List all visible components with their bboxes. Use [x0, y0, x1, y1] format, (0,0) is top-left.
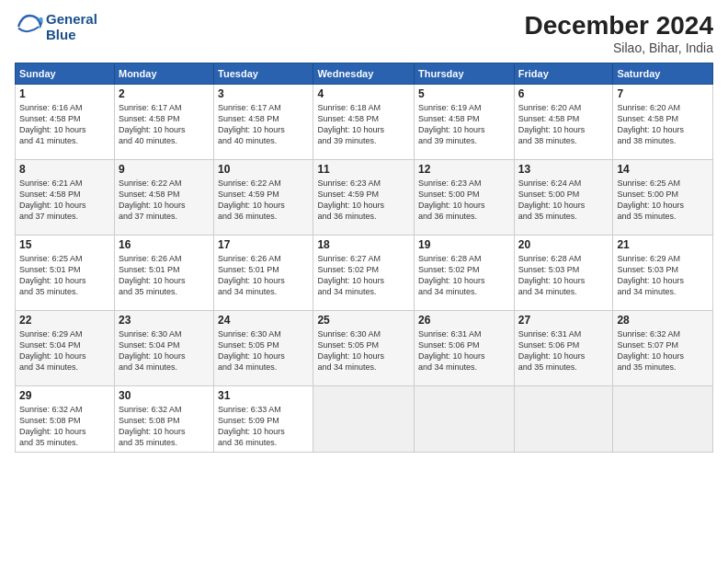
table-row: 4Sunrise: 6:18 AM Sunset: 4:58 PM Daylig…: [313, 85, 415, 160]
calendar-header-row: Sunday Monday Tuesday Wednesday Thursday…: [16, 63, 713, 85]
day-info: Sunrise: 6:25 AM Sunset: 5:00 PM Dayligh…: [617, 178, 709, 223]
day-number: 19: [418, 238, 510, 251]
table-row: 6Sunrise: 6:20 AM Sunset: 4:58 PM Daylig…: [514, 85, 613, 160]
col-header-monday: Monday: [114, 63, 213, 85]
table-row: [313, 386, 415, 453]
day-info: Sunrise: 6:16 AM Sunset: 4:58 PM Dayligh…: [19, 102, 110, 147]
table-row: 10Sunrise: 6:22 AM Sunset: 4:59 PM Dayli…: [214, 160, 313, 236]
day-info: Sunrise: 6:30 AM Sunset: 5:04 PM Dayligh…: [119, 328, 210, 373]
day-number: 6: [518, 87, 609, 100]
day-number: 16: [119, 238, 210, 251]
table-row: 25Sunrise: 6:30 AM Sunset: 5:05 PM Dayli…: [313, 311, 415, 386]
day-number: 25: [317, 314, 410, 327]
day-info: Sunrise: 6:31 AM Sunset: 5:06 PM Dayligh…: [418, 328, 510, 373]
logo: General Blue: [15, 11, 97, 42]
col-header-saturday: Saturday: [613, 63, 713, 85]
day-info: Sunrise: 6:32 AM Sunset: 5:07 PM Dayligh…: [617, 328, 709, 373]
day-number: 23: [119, 314, 210, 327]
table-row: 27Sunrise: 6:31 AM Sunset: 5:06 PM Dayli…: [514, 311, 613, 386]
table-row: 2Sunrise: 6:17 AM Sunset: 4:58 PM Daylig…: [114, 85, 213, 160]
table-row: 29Sunrise: 6:32 AM Sunset: 5:08 PM Dayli…: [16, 386, 115, 453]
col-header-tuesday: Tuesday: [214, 63, 313, 85]
day-info: Sunrise: 6:22 AM Sunset: 4:59 PM Dayligh…: [218, 178, 309, 223]
day-info: Sunrise: 6:25 AM Sunset: 5:01 PM Dayligh…: [19, 253, 110, 298]
day-info: Sunrise: 6:20 AM Sunset: 4:58 PM Dayligh…: [617, 102, 709, 147]
table-row: [613, 386, 713, 453]
day-info: Sunrise: 6:22 AM Sunset: 4:58 PM Dayligh…: [119, 178, 210, 223]
calendar-week-row: 15Sunrise: 6:25 AM Sunset: 5:01 PM Dayli…: [16, 236, 713, 311]
table-row: [514, 386, 613, 453]
day-info: Sunrise: 6:33 AM Sunset: 5:09 PM Dayligh…: [218, 404, 309, 449]
table-row: 20Sunrise: 6:28 AM Sunset: 5:03 PM Dayli…: [514, 236, 613, 311]
day-info: Sunrise: 6:30 AM Sunset: 5:05 PM Dayligh…: [317, 328, 410, 373]
table-row: 22Sunrise: 6:29 AM Sunset: 5:04 PM Dayli…: [16, 311, 115, 386]
table-row: 16Sunrise: 6:26 AM Sunset: 5:01 PM Dayli…: [114, 236, 213, 311]
day-info: Sunrise: 6:30 AM Sunset: 5:05 PM Dayligh…: [218, 328, 309, 373]
calendar-week-row: 1Sunrise: 6:16 AM Sunset: 4:58 PM Daylig…: [16, 85, 713, 160]
day-info: Sunrise: 6:19 AM Sunset: 4:58 PM Dayligh…: [418, 102, 510, 147]
day-number: 28: [617, 314, 709, 327]
table-row: 24Sunrise: 6:30 AM Sunset: 5:05 PM Dayli…: [214, 311, 313, 386]
title-area: December 2024 Silao, Bihar, India: [525, 11, 713, 55]
day-number: 3: [218, 87, 309, 100]
table-row: 30Sunrise: 6:32 AM Sunset: 5:08 PM Dayli…: [114, 386, 213, 453]
day-number: 27: [518, 314, 609, 327]
day-number: 22: [19, 314, 110, 327]
day-number: 24: [218, 314, 309, 327]
day-number: 8: [19, 163, 110, 176]
day-number: 11: [317, 163, 410, 176]
day-info: Sunrise: 6:17 AM Sunset: 4:58 PM Dayligh…: [218, 102, 309, 147]
table-row: 26Sunrise: 6:31 AM Sunset: 5:06 PM Dayli…: [415, 311, 515, 386]
day-info: Sunrise: 6:28 AM Sunset: 5:03 PM Dayligh…: [518, 253, 609, 298]
day-info: Sunrise: 6:18 AM Sunset: 4:58 PM Dayligh…: [317, 102, 410, 147]
day-info: Sunrise: 6:31 AM Sunset: 5:06 PM Dayligh…: [518, 328, 609, 373]
day-number: 26: [418, 314, 510, 327]
day-info: Sunrise: 6:26 AM Sunset: 5:01 PM Dayligh…: [119, 253, 210, 298]
location: Silao, Bihar, India: [525, 40, 713, 55]
day-info: Sunrise: 6:32 AM Sunset: 5:08 PM Dayligh…: [19, 404, 110, 449]
table-row: 5Sunrise: 6:19 AM Sunset: 4:58 PM Daylig…: [415, 85, 515, 160]
table-row: 21Sunrise: 6:29 AM Sunset: 5:03 PM Dayli…: [613, 236, 713, 311]
header: General Blue December 2024 Silao, Bihar,…: [15, 11, 713, 55]
logo-text: General Blue: [46, 11, 97, 42]
table-row: 28Sunrise: 6:32 AM Sunset: 5:07 PM Dayli…: [613, 311, 713, 386]
day-number: 9: [119, 163, 210, 176]
day-number: 15: [19, 238, 110, 251]
month-title: December 2024: [525, 11, 713, 40]
day-number: 30: [119, 389, 210, 402]
table-row: 13Sunrise: 6:24 AM Sunset: 5:00 PM Dayli…: [514, 160, 613, 236]
day-number: 10: [218, 163, 309, 176]
col-header-sunday: Sunday: [16, 63, 115, 85]
table-row: 11Sunrise: 6:23 AM Sunset: 4:59 PM Dayli…: [313, 160, 415, 236]
calendar-week-row: 8Sunrise: 6:21 AM Sunset: 4:58 PM Daylig…: [16, 160, 713, 236]
day-info: Sunrise: 6:32 AM Sunset: 5:08 PM Dayligh…: [119, 404, 210, 449]
col-header-thursday: Thursday: [415, 63, 515, 85]
table-row: 23Sunrise: 6:30 AM Sunset: 5:04 PM Dayli…: [114, 311, 213, 386]
logo-icon: [15, 12, 44, 41]
day-info: Sunrise: 6:29 AM Sunset: 5:03 PM Dayligh…: [617, 253, 709, 298]
day-info: Sunrise: 6:20 AM Sunset: 4:58 PM Dayligh…: [518, 102, 609, 147]
day-number: 29: [19, 389, 110, 402]
day-number: 31: [218, 389, 309, 402]
table-row: 17Sunrise: 6:26 AM Sunset: 5:01 PM Dayli…: [214, 236, 313, 311]
calendar: Sunday Monday Tuesday Wednesday Thursday…: [15, 63, 713, 453]
table-row: 15Sunrise: 6:25 AM Sunset: 5:01 PM Dayli…: [16, 236, 115, 311]
table-row: 19Sunrise: 6:28 AM Sunset: 5:02 PM Dayli…: [415, 236, 515, 311]
table-row: 18Sunrise: 6:27 AM Sunset: 5:02 PM Dayli…: [313, 236, 415, 311]
day-info: Sunrise: 6:28 AM Sunset: 5:02 PM Dayligh…: [418, 253, 510, 298]
table-row: 12Sunrise: 6:23 AM Sunset: 5:00 PM Dayli…: [415, 160, 515, 236]
day-number: 18: [317, 238, 410, 251]
table-row: 9Sunrise: 6:22 AM Sunset: 4:58 PM Daylig…: [114, 160, 213, 236]
day-number: 5: [418, 87, 510, 100]
table-row: [415, 386, 515, 453]
day-number: 7: [617, 87, 709, 100]
table-row: 8Sunrise: 6:21 AM Sunset: 4:58 PM Daylig…: [16, 160, 115, 236]
table-row: 7Sunrise: 6:20 AM Sunset: 4:58 PM Daylig…: [613, 85, 713, 160]
col-header-friday: Friday: [514, 63, 613, 85]
day-info: Sunrise: 6:26 AM Sunset: 5:01 PM Dayligh…: [218, 253, 309, 298]
day-info: Sunrise: 6:29 AM Sunset: 5:04 PM Dayligh…: [19, 328, 110, 373]
calendar-week-row: 22Sunrise: 6:29 AM Sunset: 5:04 PM Dayli…: [16, 311, 713, 386]
day-info: Sunrise: 6:17 AM Sunset: 4:58 PM Dayligh…: [119, 102, 210, 147]
table-row: 3Sunrise: 6:17 AM Sunset: 4:58 PM Daylig…: [214, 85, 313, 160]
col-header-wednesday: Wednesday: [313, 63, 415, 85]
